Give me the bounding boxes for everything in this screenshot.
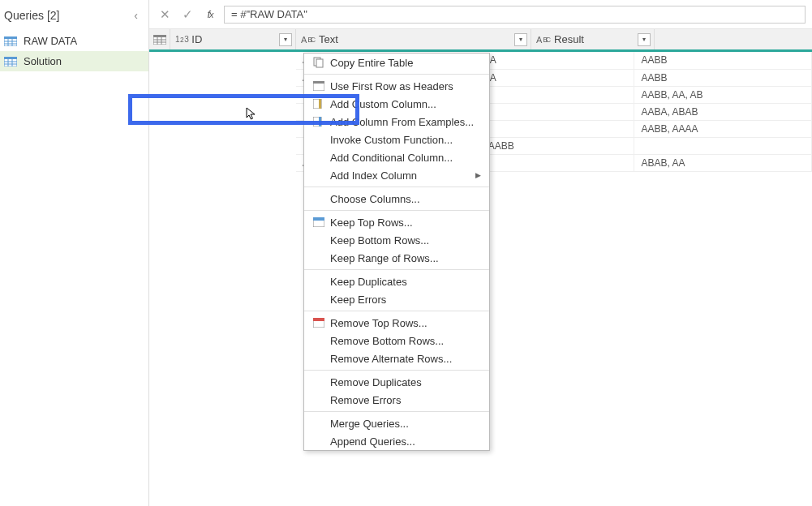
menu-label: Remove Alternate Rows... bbox=[330, 353, 481, 365]
svg-rect-27 bbox=[313, 217, 324, 221]
menu-invoke-custom-function[interactable]: Invoke Custom Function... bbox=[304, 131, 489, 148]
menu-keep-duplicates[interactable]: Keep Duplicates bbox=[304, 272, 489, 290]
menu-keep-bottom-rows[interactable]: Keep Bottom Rows... bbox=[304, 231, 489, 249]
svg-rect-13 bbox=[153, 35, 166, 37]
collapse-sidebar-icon[interactable]: ‹ bbox=[131, 6, 140, 24]
query-item-solution[interactable]: Solution bbox=[0, 51, 148, 71]
text-type-icon: ABC bbox=[301, 35, 316, 45]
queries-sidebar: Queries [2] ‹ RAW DATA Solution bbox=[0, 0, 149, 506]
cell-result: ABAB, AA bbox=[641, 157, 685, 169]
svg-rect-7 bbox=[4, 57, 17, 59]
svg-rect-21 bbox=[313, 81, 324, 84]
menu-label: Append Queries... bbox=[330, 435, 481, 448]
column-filter-dropdown[interactable]: ▾ bbox=[638, 33, 651, 46]
menu-remove-errors[interactable]: Remove Errors bbox=[304, 391, 489, 409]
table-icon bbox=[4, 36, 17, 46]
menu-separator bbox=[304, 210, 489, 211]
menu-label: Remove Top Rows... bbox=[330, 317, 481, 329]
menu-label: Keep Errors bbox=[330, 294, 481, 306]
menu-add-index-column[interactable]: Add Index Column ▶ bbox=[304, 166, 489, 184]
cell-result: AABB bbox=[641, 72, 667, 84]
menu-label: Add Column From Examples... bbox=[330, 116, 481, 128]
main-area: ✕ ✓ fx 123 ID ▾ ABC Text ▾ ABC bbox=[149, 0, 812, 506]
menu-choose-columns[interactable]: Choose Columns... bbox=[304, 190, 489, 208]
remove-top-icon bbox=[311, 318, 327, 328]
menu-label: Add Conditional Column... bbox=[330, 152, 481, 164]
menu-remove-top-rows[interactable]: Remove Top Rows... bbox=[304, 314, 489, 332]
text-type-icon: ABC bbox=[536, 35, 551, 45]
table-icon bbox=[153, 35, 166, 45]
menu-label: Remove Bottom Rows... bbox=[330, 335, 481, 347]
menu-keep-errors[interactable]: Keep Errors bbox=[304, 290, 489, 308]
sidebar-title: Queries [2] bbox=[4, 9, 59, 22]
menu-label: Remove Errors bbox=[330, 394, 481, 406]
select-all-corner[interactable] bbox=[149, 29, 170, 49]
svg-rect-25 bbox=[319, 117, 321, 126]
formula-bar: ✕ ✓ fx bbox=[149, 0, 812, 29]
query-list: RAW DATA Solution bbox=[0, 31, 148, 71]
copy-icon bbox=[311, 57, 327, 68]
query-item-raw-data[interactable]: RAW DATA bbox=[0, 31, 148, 51]
cell-result: AABB, AAAA bbox=[641, 123, 698, 135]
menu-label: Keep Top Rows... bbox=[330, 217, 481, 229]
keep-top-icon bbox=[311, 217, 327, 227]
formula-input[interactable] bbox=[224, 6, 806, 24]
menu-separator bbox=[304, 311, 489, 311]
menu-add-conditional-column[interactable]: Add Conditional Column... bbox=[304, 148, 489, 166]
column-label: Result bbox=[554, 33, 584, 45]
table-header: 123 ID ▾ ABC Text ▾ ABC Result ▾ bbox=[149, 29, 812, 52]
table-context-menu: Copy Entire Table Use First Row as Heade… bbox=[303, 53, 490, 451]
svg-rect-19 bbox=[316, 59, 323, 67]
cell-result: AABA, ABAB bbox=[641, 106, 698, 118]
menu-merge-queries[interactable]: Merge Queries... bbox=[304, 414, 489, 432]
custom-column-icon bbox=[311, 99, 327, 109]
column-filter-dropdown[interactable]: ▾ bbox=[279, 33, 292, 46]
menu-remove-alternate-rows[interactable]: Remove Alternate Rows... bbox=[304, 349, 489, 367]
menu-label: Keep Duplicates bbox=[330, 276, 481, 288]
cancel-icon[interactable]: ✕ bbox=[156, 6, 174, 24]
table-icon bbox=[4, 57, 17, 66]
menu-label: Add Custom Column... bbox=[330, 98, 481, 110]
menu-label: Use First Row as Headers bbox=[330, 80, 481, 92]
column-examples-icon bbox=[311, 117, 327, 126]
svg-rect-1 bbox=[4, 36, 17, 39]
column-label: Text bbox=[319, 33, 338, 45]
menu-remove-duplicates[interactable]: Remove Duplicates bbox=[304, 373, 489, 391]
number-type-icon: 123 bbox=[175, 35, 188, 44]
sidebar-header: Queries [2] ‹ bbox=[0, 0, 148, 31]
header-row-icon bbox=[311, 81, 327, 91]
cell-result: AABB bbox=[641, 54, 667, 66]
menu-append-queries[interactable]: Append Queries... bbox=[304, 432, 489, 450]
menu-copy-entire-table[interactable]: Copy Entire Table bbox=[304, 54, 489, 71]
menu-remove-bottom-rows[interactable]: Remove Bottom Rows... bbox=[304, 332, 489, 349]
menu-separator bbox=[304, 370, 489, 371]
menu-keep-range-rows[interactable]: Keep Range of Rows... bbox=[304, 249, 489, 267]
menu-label: Invoke Custom Function... bbox=[330, 134, 481, 146]
menu-separator bbox=[304, 269, 489, 270]
column-filter-dropdown[interactable]: ▾ bbox=[514, 33, 527, 46]
menu-label: Keep Bottom Rows... bbox=[330, 234, 481, 247]
cell-result: AABB, AA, AB bbox=[641, 89, 702, 101]
column-header-text[interactable]: ABC Text ▾ bbox=[296, 29, 531, 49]
column-header-id[interactable]: 123 ID ▾ bbox=[170, 29, 296, 49]
menu-separator bbox=[304, 74, 489, 75]
column-header-result[interactable]: ABC Result ▾ bbox=[531, 29, 655, 49]
query-label: RAW DATA bbox=[24, 35, 77, 47]
menu-label: Copy Entire Table bbox=[330, 57, 481, 69]
menu-keep-top-rows[interactable]: Keep Top Rows... bbox=[304, 213, 489, 231]
svg-rect-29 bbox=[313, 318, 324, 321]
menu-label: Add Index Column bbox=[330, 169, 475, 182]
menu-add-column-from-examples[interactable]: Add Column From Examples... bbox=[304, 113, 489, 131]
fx-icon[interactable]: fx bbox=[201, 6, 219, 24]
menu-label: Choose Columns... bbox=[330, 193, 481, 205]
menu-add-custom-column[interactable]: Add Custom Column... bbox=[304, 95, 489, 113]
commit-icon[interactable]: ✓ bbox=[178, 6, 196, 24]
menu-separator bbox=[304, 411, 489, 412]
svg-rect-23 bbox=[319, 99, 321, 109]
menu-label: Merge Queries... bbox=[330, 418, 481, 430]
query-label: Solution bbox=[24, 55, 62, 67]
submenu-arrow-icon: ▶ bbox=[475, 171, 481, 179]
menu-label: Keep Range of Rows... bbox=[330, 252, 481, 264]
menu-label: Remove Duplicates bbox=[330, 376, 481, 388]
menu-use-first-row-headers[interactable]: Use First Row as Headers bbox=[304, 77, 489, 95]
